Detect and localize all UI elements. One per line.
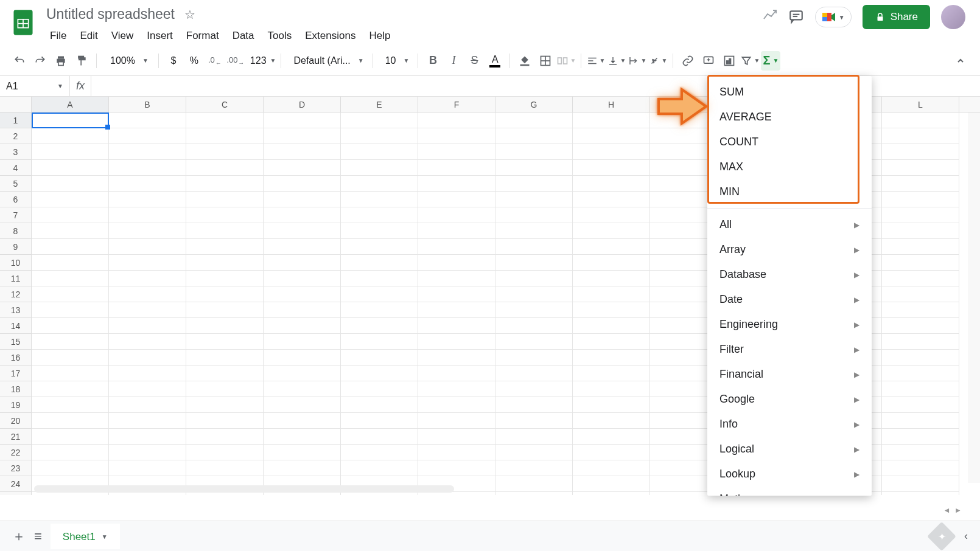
cell[interactable] (573, 144, 650, 160)
cell[interactable] (882, 255, 959, 271)
cell[interactable] (573, 255, 650, 271)
paint-format-button[interactable] (72, 51, 91, 71)
menu-format[interactable]: Format (180, 27, 225, 44)
add-sheet-button[interactable]: ＋ (12, 527, 26, 546)
cell[interactable] (882, 286, 959, 302)
cell[interactable] (264, 128, 341, 144)
horizontal-align-button[interactable]: ▼ (586, 51, 606, 71)
redo-button[interactable] (30, 51, 50, 71)
cell[interactable] (495, 318, 573, 334)
cell[interactable] (341, 223, 418, 239)
print-button[interactable] (51, 51, 71, 71)
cell[interactable] (341, 128, 418, 144)
cell[interactable] (882, 381, 959, 397)
cell[interactable] (495, 445, 573, 460)
function-category-logical[interactable]: Logical▶ (707, 437, 872, 462)
cell[interactable] (341, 255, 418, 271)
cell[interactable] (186, 445, 264, 460)
cell[interactable] (882, 160, 959, 176)
cell[interactable] (573, 397, 650, 413)
cell[interactable] (32, 429, 109, 445)
cell[interactable] (186, 413, 264, 429)
share-button[interactable]: Share (863, 5, 930, 29)
cell[interactable] (573, 223, 650, 239)
cell[interactable] (418, 334, 495, 350)
cell[interactable] (882, 271, 959, 286)
cell[interactable] (418, 255, 495, 271)
column-header[interactable]: F (418, 97, 495, 112)
cell[interactable] (573, 239, 650, 255)
strikethrough-button[interactable]: S (464, 51, 484, 71)
cell[interactable] (882, 192, 959, 207)
cell[interactable] (418, 460, 495, 476)
cell[interactable] (495, 413, 573, 429)
cell[interactable] (186, 113, 264, 128)
cell[interactable] (573, 445, 650, 460)
row-header[interactable]: 17 (0, 366, 32, 381)
row-header[interactable]: 9 (0, 239, 32, 255)
row-header[interactable]: 7 (0, 207, 32, 223)
column-header[interactable]: E (341, 97, 418, 112)
cell[interactable] (32, 207, 109, 223)
cell[interactable] (186, 381, 264, 397)
cell[interactable] (341, 207, 418, 223)
cell[interactable] (341, 192, 418, 207)
vertical-scroll-gutter[interactable] (968, 113, 980, 483)
cell[interactable] (418, 128, 495, 144)
sheet-scroll-arrows[interactable]: ◄ ► (943, 506, 962, 515)
column-header[interactable]: H (573, 97, 650, 112)
cell[interactable] (495, 286, 573, 302)
cell[interactable] (341, 318, 418, 334)
filter-button[interactable]: ▼ (740, 51, 760, 71)
row-header[interactable]: 25 (0, 492, 32, 495)
row-header[interactable]: 24 (0, 476, 32, 492)
avatar[interactable] (941, 5, 965, 29)
column-header[interactable]: B (109, 97, 186, 112)
cell[interactable] (341, 429, 418, 445)
cell[interactable] (573, 192, 650, 207)
cell[interactable] (418, 239, 495, 255)
row-header[interactable]: 23 (0, 460, 32, 476)
cell[interactable] (573, 271, 650, 286)
column-header[interactable]: A (32, 97, 109, 112)
cell[interactable] (418, 413, 495, 429)
cell[interactable] (882, 429, 959, 445)
cell[interactable] (109, 302, 186, 318)
cell[interactable] (882, 113, 959, 128)
function-category-filter[interactable]: Filter▶ (707, 337, 872, 362)
cell[interactable] (109, 255, 186, 271)
cell[interactable] (264, 192, 341, 207)
cell[interactable] (495, 460, 573, 476)
cell[interactable] (109, 176, 186, 192)
cell[interactable] (109, 460, 186, 476)
cell[interactable] (495, 239, 573, 255)
star-icon[interactable]: ☆ (184, 7, 195, 22)
cell[interactable] (109, 350, 186, 366)
cell[interactable] (495, 302, 573, 318)
cell[interactable] (341, 113, 418, 128)
row-header[interactable]: 20 (0, 413, 32, 429)
cell[interactable] (32, 255, 109, 271)
column-header[interactable]: L (882, 97, 959, 112)
cell[interactable] (495, 366, 573, 381)
cell[interactable] (495, 492, 573, 495)
cell[interactable] (495, 113, 573, 128)
row-header[interactable]: 16 (0, 350, 32, 366)
cell[interactable] (495, 334, 573, 350)
cell[interactable] (186, 366, 264, 381)
row-header[interactable]: 5 (0, 176, 32, 192)
menu-file[interactable]: File (44, 27, 72, 44)
format-percent-button[interactable]: % (184, 51, 204, 71)
name-box[interactable]: A1 ▼ (0, 76, 70, 96)
meet-button[interactable]: ▼ (815, 7, 852, 27)
cell[interactable] (264, 255, 341, 271)
cell[interactable] (418, 192, 495, 207)
row-header[interactable]: 8 (0, 223, 32, 239)
decrease-decimal-button[interactable]: .0 ← (205, 51, 225, 71)
cell[interactable] (882, 334, 959, 350)
cell[interactable] (109, 366, 186, 381)
cell[interactable] (882, 207, 959, 223)
text-color-button[interactable]: A (485, 51, 505, 71)
cell[interactable] (341, 460, 418, 476)
cell[interactable] (341, 176, 418, 192)
